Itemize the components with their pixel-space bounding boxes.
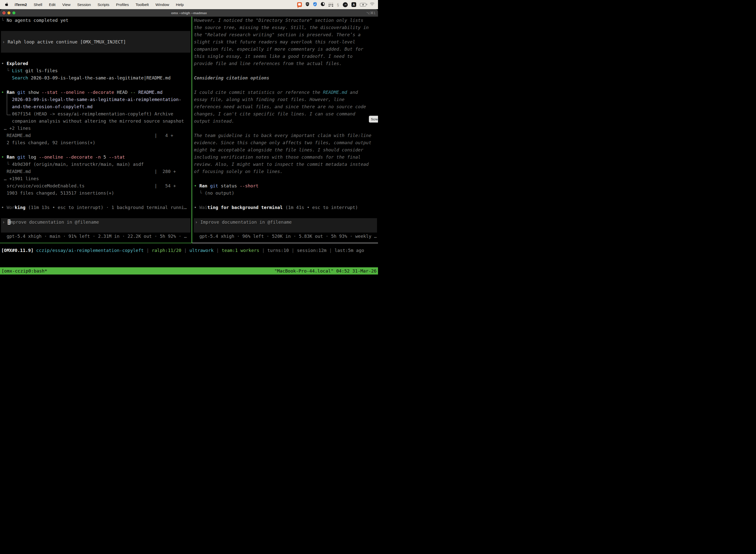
stat-gauge-icon[interactable]: ..61	[343, 2, 348, 7]
terminal-row: The team guideline is to back every impo…	[193, 132, 378, 139]
menu-item-edit[interactable]: Edit	[49, 2, 56, 7]
right-status-line: gpt-5.4 xhigh · 96% left · 520K in · 5.8…	[193, 233, 378, 240]
terminal-row: … +2 lines	[0, 125, 191, 132]
terminal-row	[0, 81, 191, 89]
terminal-row: provide file and line references from th…	[193, 60, 378, 67]
terminal-row: └ List git ls-files	[0, 67, 191, 74]
shield-grid-icon[interactable]	[306, 2, 309, 7]
input-source-icon[interactable]: A	[352, 2, 356, 7]
terminal-row	[0, 24, 191, 31]
terminal-row: • Working (11m 13s • esc to interrupt) ·…	[0, 204, 191, 211]
right-pane[interactable]: However, I noticed the "Directory Struct…	[193, 17, 378, 240]
menu-item-toolbelt[interactable]: Toolbelt	[135, 2, 148, 7]
terminal-row: evidence. Since this change only affects…	[193, 139, 378, 146]
terminal-row: › Ralph loop active continue [OMX_TMUX_I…	[1, 38, 190, 45]
window-titlebar[interactable]: omx --xhigh --madmax ⌥⌘1	[0, 9, 378, 17]
screen: iTerm2ShellEditViewSessionScriptsProfile…	[0, 0, 378, 277]
disk-utility-icon[interactable]	[321, 2, 325, 7]
terminal-row	[193, 125, 378, 132]
menu-bar: iTerm2ShellEditViewSessionScriptsProfile…	[0, 0, 378, 9]
terminal-row: output instead.	[193, 117, 378, 125]
terminal-row: └ No agents completed yet	[0, 17, 191, 24]
right-prompt-input[interactable]: › Improve documentation in @filename	[194, 218, 377, 233]
menu-item-view[interactable]: View	[62, 2, 70, 7]
terminal-row: this single essay, it seems like a good …	[193, 53, 378, 60]
terminal-row: slight risk that future readers may over…	[193, 38, 378, 45]
terminal-row	[0, 211, 191, 218]
terminal-row: changes, I can't cite specific file line…	[193, 110, 378, 117]
ralph-loop-notice-box: › Ralph loop active continue [OMX_TMUX_I…	[1, 31, 190, 53]
battery-icon[interactable]	[360, 3, 366, 6]
terminal-row: README.md | 4 +	[0, 132, 191, 139]
right-pane-body-rows: However, I noticed the "Directory Struct…	[193, 17, 378, 218]
chat-app-icon[interactable]	[297, 2, 302, 7]
tmux-host-clock-label: "MacBook-Pro-44.local" 04:52 31-Mar-26	[274, 267, 377, 275]
screen-overlay-tooltip: Scre	[369, 116, 378, 123]
menu-item-window[interactable]: Window	[155, 2, 169, 7]
terminal-row: and-the-erosion-of-copyleft.md	[0, 103, 191, 110]
terminal-row	[193, 81, 378, 89]
right-prompt-input-rows: › Improve documentation in @filename	[194, 218, 377, 233]
terminal-row	[0, 146, 191, 153]
terminal-row: essay file, along with finding root file…	[193, 96, 378, 103]
terminal-row: › Improve documentation in @filename	[194, 218, 377, 226]
terminal-row: └ 4b9d30f (origin/main, instructkr/main,…	[0, 161, 191, 168]
terminal-row: the "Related research writing" section i…	[193, 31, 378, 38]
minimize-button[interactable]	[7, 11, 10, 14]
terminal-row: … +1901 lines	[0, 175, 191, 182]
pane-divider[interactable]	[191, 17, 192, 243]
tree-connector	[7, 94, 11, 115]
terminal-row	[193, 211, 378, 218]
traffic-lights	[0, 11, 15, 14]
menu-item-help[interactable]: Help	[176, 2, 184, 7]
terminal-row	[194, 226, 377, 233]
left-pane-body-rows: • Explored └ List git ls-files Search 20…	[0, 53, 191, 218]
shield-check-icon[interactable]	[313, 2, 317, 7]
menubar-status-icons: § ..61 A	[297, 2, 375, 7]
terminal-row	[193, 197, 378, 204]
close-button[interactable]	[2, 11, 5, 14]
menu-item-session[interactable]: Session	[77, 2, 91, 7]
terminal-row: • Explored	[0, 60, 191, 67]
terminal-row: gpt-5.4 xhigh · 96% left · 520K in · 5.8…	[193, 233, 378, 240]
seahorse-icon[interactable]: §	[337, 2, 339, 7]
menu-item-profiles[interactable]: Profiles	[116, 2, 129, 7]
terminal-row: references need actual files, and since …	[193, 103, 378, 110]
terminal-row: • Ran git show --stat --oneline --decora…	[0, 89, 191, 96]
wifi-icon[interactable]	[370, 2, 375, 7]
terminal-row	[193, 67, 378, 74]
terminal-row	[0, 53, 191, 60]
left-prompt-input[interactable]: › Improve documentation in @filename	[1, 218, 190, 233]
apple-icon[interactable]	[5, 2, 9, 7]
terminal-row: 067f154 (HEAD -> essay/ai-reimplementati…	[0, 110, 191, 117]
left-prompt-input-rows: › Improve documentation in @filename	[1, 218, 190, 233]
terminal-row: 1903 files changed, 513517 insertions(+)	[0, 189, 191, 197]
terminal-row: might be acceptable alongside the file l…	[193, 146, 378, 153]
menu-item-scripts[interactable]: Scripts	[98, 2, 109, 7]
left-pane-bottom-border	[0, 243, 191, 243]
terminal-row: Considering citation options	[193, 74, 378, 81]
terminal-row: › Improve documentation in @filename	[1, 218, 190, 226]
menu-items: iTerm2ShellEditViewSessionScriptsProfile…	[15, 2, 184, 7]
tmux-status-bar: [omx-cczip0:bash* "MacBook-Pro-44.local"…	[0, 267, 378, 275]
menu-item-shell[interactable]: Shell	[34, 2, 42, 7]
zoom-button[interactable]	[12, 11, 15, 14]
menu-item-iterm2[interactable]: iTerm2	[15, 2, 27, 7]
terminal-row: of focusing solely on file lines.	[193, 168, 378, 175]
tmux-session-window-label[interactable]: [omx-cczip0:bash*	[1, 267, 47, 275]
terminal-row: • Waiting for background terminal (1m 41…	[193, 204, 378, 211]
left-pane[interactable]: └ No agents completed yet › Ralph loop a…	[0, 17, 191, 240]
iterm-window: omx --xhigh --madmax ⌥⌘1 └ No agents com…	[0, 9, 378, 277]
right-pane-bottom-border	[192, 243, 378, 243]
terminal-row	[0, 197, 191, 204]
terminal-row: 2 files changed, 92 insertions(+)	[0, 139, 191, 146]
terminal-row: However, I noticed the "Directory Struct…	[193, 17, 378, 24]
omx-status-line: [OMX#0.11.9] cczip/essay/ai-reimplementa…	[0, 247, 378, 254]
terminal-row: └ (no output)	[193, 189, 378, 197]
terminal-row: Search 2026-03-09-is-legal-the-same-as-l…	[0, 74, 191, 81]
dots-grid-icon[interactable]	[329, 3, 333, 7]
terminal-row: src/voice/voiceModeEnabled.ts | 54 +	[0, 182, 191, 189]
terminal-row	[193, 175, 378, 182]
terminal-row: • Ran git log --oneline --decorate -n 5 …	[0, 153, 191, 161]
terminal-row: including verification notes with those …	[193, 153, 378, 161]
